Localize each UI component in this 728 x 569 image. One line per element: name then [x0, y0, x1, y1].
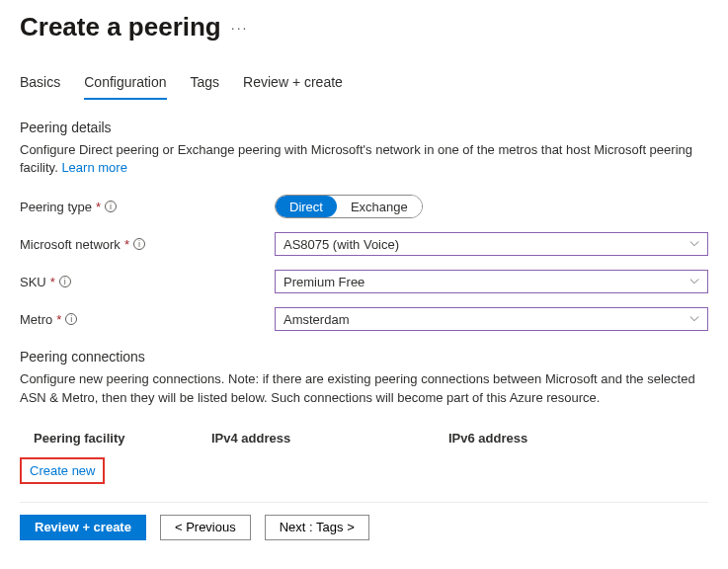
tab-basics[interactable]: Basics: [20, 68, 60, 100]
column-peering-facility: Peering facility: [34, 431, 211, 446]
connections-table-header: Peering facility IPv4 address IPv6 addre…: [20, 425, 708, 453]
learn-more-link[interactable]: Learn more: [61, 160, 126, 175]
microsoft-network-select[interactable]: AS8075 (with Voice): [275, 232, 708, 256]
sku-select[interactable]: Premium Free: [275, 270, 708, 293]
peering-details-heading: Peering details: [20, 120, 708, 135]
column-ipv4-address: IPv4 address: [211, 431, 448, 446]
peering-type-exchange[interactable]: Exchange: [337, 196, 422, 217]
chevron-down-icon: [689, 277, 699, 286]
tab-bar: Basics Configuration Tags Review + creat…: [20, 68, 708, 100]
tab-configuration[interactable]: Configuration: [84, 68, 166, 100]
metro-label: Metro * i: [20, 312, 275, 327]
info-icon[interactable]: i: [133, 238, 145, 250]
required-marker: *: [56, 312, 61, 327]
more-actions-icon[interactable]: ···: [231, 20, 249, 36]
column-ipv6-address: IPv6 address: [448, 431, 708, 446]
tab-review-create[interactable]: Review + create: [243, 68, 343, 100]
peering-connections-heading: Peering connections: [20, 349, 708, 365]
peering-details-description: Configure Direct peering or Exchange pee…: [20, 141, 708, 177]
peering-connections-description: Configure new peering connections. Note:…: [20, 370, 708, 406]
next-button[interactable]: Next : Tags >: [265, 515, 369, 540]
footer-actions: Review + create < Previous Next : Tags >: [20, 502, 708, 540]
review-create-button[interactable]: Review + create: [20, 515, 146, 540]
info-icon[interactable]: i: [59, 276, 71, 287]
sku-value: Premium Free: [283, 275, 364, 289]
peering-type-toggle[interactable]: Direct Exchange: [275, 195, 423, 218]
sku-label: SKU * i: [20, 275, 275, 289]
required-marker: *: [124, 237, 129, 252]
microsoft-network-label: Microsoft network * i: [20, 237, 275, 252]
required-marker: *: [96, 200, 101, 214]
peering-type-label: Peering type * i: [20, 200, 275, 214]
info-icon[interactable]: i: [65, 313, 77, 325]
tab-tags[interactable]: Tags: [191, 68, 220, 100]
create-new-highlight: Create new: [20, 457, 105, 484]
metro-select[interactable]: Amsterdam: [275, 307, 708, 331]
chevron-down-icon: [689, 314, 699, 324]
info-icon[interactable]: i: [105, 201, 117, 212]
peering-type-direct[interactable]: Direct: [276, 196, 337, 217]
microsoft-network-value: AS8075 (with Voice): [283, 237, 399, 252]
create-new-link[interactable]: Create new: [30, 463, 95, 478]
page-title: Create a peering: [20, 12, 221, 42]
chevron-down-icon: [689, 239, 699, 249]
required-marker: *: [50, 275, 55, 289]
metro-value: Amsterdam: [283, 312, 349, 327]
previous-button[interactable]: < Previous: [160, 515, 251, 540]
